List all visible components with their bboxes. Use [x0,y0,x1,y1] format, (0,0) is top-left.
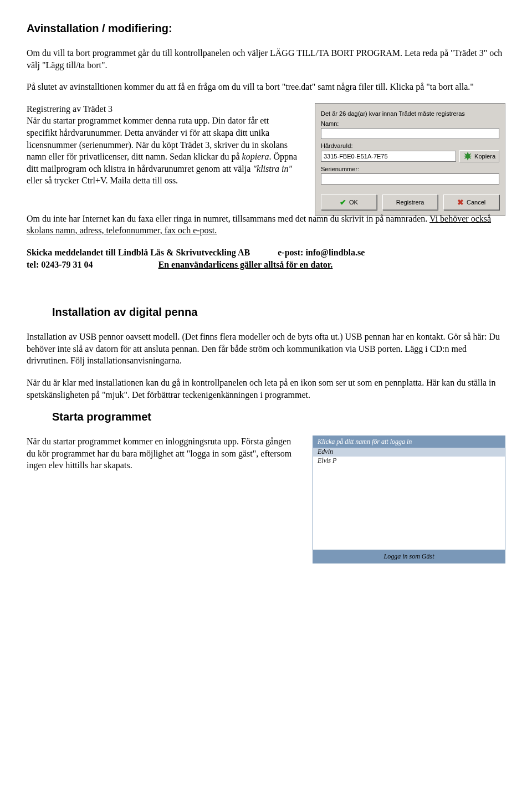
para-avinstall-1: Om du vill ta bort programmet går du til… [27,47,505,71]
reg-days-text: Det är 26 dag(ar) kvar innan Trädet måst… [321,110,499,117]
login-title: Klicka på ditt namn för att logga in [313,436,505,448]
heading-starta: Starta programmet [52,411,505,423]
cancel-label: Cancel [467,199,485,206]
heading-registrering: Registrering av Trädet 3 [27,103,301,115]
login-guest-button[interactable]: Logga in som Gäst [313,550,505,563]
para-avinstall-2: På slutet av avinstalltionen kommer du a… [27,81,505,93]
para-reg-1e: eller så trycker Ctrl+V. Maila detta til… [27,176,178,185]
para-reg-1d: "klistra in" [253,164,292,173]
registrera-label: Registrera [396,199,424,206]
registration-dialog: Det är 26 dag(ar) kvar innan Trädet måst… [315,103,505,216]
para-reg-2a: Om du inte har Internet kan du faxa elle… [27,214,429,223]
x-icon: ✖ [457,198,464,206]
ok-label: OK [349,199,358,206]
para-penna-1: Installation av USB pennor oavsett model… [27,331,505,367]
heading-avinstallation: Avinstallation / modifiering: [27,22,505,35]
reg-hw-input[interactable] [321,151,456,162]
para-reg-1b: kopiera [242,152,269,161]
send-b: e-post: info@lindbla.se [278,248,365,257]
reg-label-name: Namn: [321,120,499,127]
copy-icon [463,152,472,161]
login-dialog: Klicka på ditt namn för att logga in Edv… [313,436,505,563]
send-a: Skicka meddelandet till Lindblå Läs & Sk… [27,248,250,257]
para-penna-2: När du är klar med installationen kan du… [27,377,505,401]
login-list[interactable]: Edvin Elvis P [313,448,505,550]
heading-installation-penna: Installation av digital penna [52,306,505,319]
para-send-line2: tel: 0243-79 31 04 En enanvändarlicens g… [27,259,505,271]
kopiera-label: Kopiera [474,153,495,160]
kopiera-button[interactable]: Kopiera [459,150,499,162]
ok-button[interactable]: ✔ OK [321,194,377,210]
reg-name-input[interactable] [321,128,499,139]
para-reg-1: När du startar programmet kommer denna r… [27,115,301,187]
tel-a: tel: 0243-79 31 04 [27,260,93,269]
para-reg-2: Om du inte har Internet kan du faxa elle… [27,213,505,237]
cancel-button[interactable]: ✖ Cancel [443,194,499,210]
registrera-button[interactable]: Registrera [382,194,438,210]
reg-label-hw: HårdvaruId: [321,142,499,149]
reg-label-serial: Serienummer: [321,166,499,172]
login-item[interactable]: Edvin [313,448,505,457]
tel-b: En enanvändarlicens gäller alltså för en… [158,260,333,269]
para-starta-1: När du startar programmet kommer en inlo… [27,436,299,472]
check-icon: ✔ [340,198,346,206]
login-item[interactable]: Elvis P [313,457,505,465]
reg-serial-input[interactable] [321,173,499,185]
para-send-line1: Skicka meddelandet till Lindblå Läs & Sk… [27,247,505,259]
